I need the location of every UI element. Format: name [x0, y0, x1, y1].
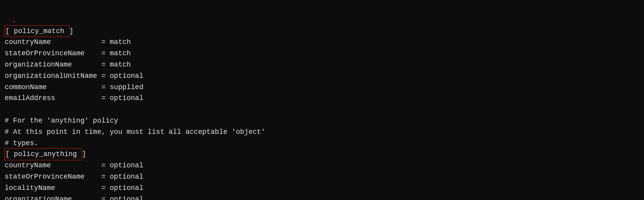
anything-comment-2: # At this point in time, you must list a… — [5, 128, 265, 136]
policy-match-bracket: [ policy_match — [5, 26, 69, 37]
policy-anything-bracket: [ policy_anything — [5, 149, 82, 160]
policy-match-header: [ policy_match ] — [5, 27, 74, 35]
field-countryname-match: countryName = match — [5, 38, 131, 46]
field-countryname-optional: countryName = optional — [5, 161, 143, 169]
anything-comment-3: # types. — [5, 139, 38, 147]
field-stateorprovincename-optional: stateOrProvinceName = optional — [5, 173, 143, 181]
field-emailaddress-optional: emailAddress = optional — [5, 94, 143, 102]
field-localityname-optional: localityName = optional — [5, 184, 143, 192]
field-organizationname-optional: organizationName = optional — [5, 195, 143, 200]
field-commonname-supplied: commonName = supplied — [5, 83, 143, 91]
field-organizationname-match: organizationName = match — [5, 61, 131, 68]
code-content: [ policy_match ] countryName = match sta… — [5, 3, 639, 200]
field-stateorprovincename-match: stateOrProvinceName = match — [5, 49, 131, 57]
anything-comment-1: # For the 'anything' policy — [5, 117, 118, 125]
field-organizationalunitname-match: organizationalUnitName = optional — [5, 72, 143, 80]
policy-anything-header: [ policy_anything ] — [5, 150, 86, 158]
